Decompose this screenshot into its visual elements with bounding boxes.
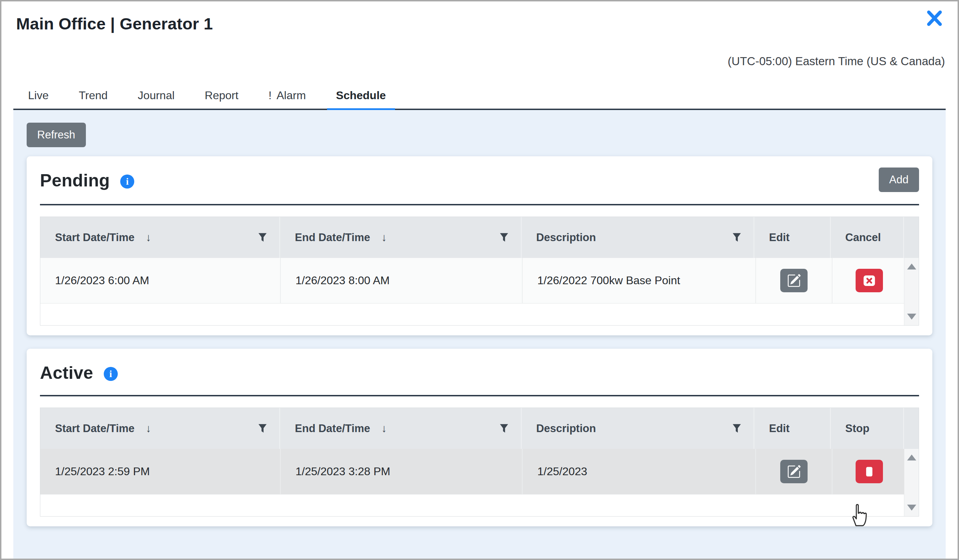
sort-desc-icon: ↓ <box>146 231 151 244</box>
cancel-x-icon <box>862 274 877 287</box>
stop-square-icon <box>862 465 877 479</box>
filter-icon[interactable] <box>258 232 268 243</box>
scroll-down-icon[interactable] <box>907 313 916 320</box>
divider <box>40 204 919 205</box>
empty-grid-space <box>40 304 919 325</box>
tab-alarm[interactable]: !Alarm <box>260 89 315 110</box>
pending-section: Pending i Add Start Date/Time ↓ <box>27 156 932 336</box>
active-section: Active i Start Date/Time ↓ End Date/Time <box>27 349 932 527</box>
tab-schedule[interactable]: Schedule <box>327 89 395 110</box>
edit-pencil-icon <box>787 274 801 288</box>
sort-desc-icon: ↓ <box>381 422 387 435</box>
header-scroll-stub <box>904 408 919 449</box>
filter-icon[interactable] <box>499 423 509 434</box>
pending-table-body: 1/26/2023 6:00 AM 1/26/2023 8:00 AM 1/26… <box>40 258 919 325</box>
cell-end: 1/25/2023 3:28 PM <box>281 449 523 494</box>
table-row[interactable]: 1/25/2023 2:59 PM 1/25/2023 3:28 PM 1/25… <box>40 449 919 495</box>
active-table-body: 1/25/2023 2:59 PM 1/25/2023 3:28 PM 1/25… <box>40 449 919 516</box>
pending-table: Start Date/Time ↓ End Date/Time ↓ <box>40 216 919 326</box>
pending-table-header: Start Date/Time ↓ End Date/Time ↓ <box>40 217 919 258</box>
tab-report[interactable]: Report <box>196 89 247 110</box>
vertical-scrollbar[interactable] <box>904 258 919 325</box>
column-header-edit: Edit <box>754 217 831 258</box>
tab-bar: Live Trend Journal Report !Alarm Schedul… <box>13 83 946 110</box>
column-header-start[interactable]: Start Date/Time ↓ <box>40 217 280 258</box>
table-row[interactable]: 1/26/2023 6:00 AM 1/26/2023 8:00 AM 1/26… <box>40 258 919 304</box>
active-title: Active <box>40 363 93 383</box>
column-header-edit: Edit <box>754 408 831 449</box>
close-icon <box>926 9 943 27</box>
edit-button[interactable] <box>780 460 808 483</box>
scroll-down-icon[interactable] <box>907 504 916 511</box>
empty-grid-space <box>40 495 919 516</box>
info-icon[interactable]: i <box>120 175 134 189</box>
scroll-up-icon[interactable] <box>907 264 916 269</box>
filter-icon[interactable] <box>499 232 509 243</box>
column-header-description[interactable]: Description <box>522 217 754 258</box>
header-scroll-stub <box>904 217 919 258</box>
cell-end: 1/26/2023 8:00 AM <box>281 258 523 303</box>
column-header-cancel: Cancel <box>831 217 904 258</box>
stop-button[interactable] <box>855 460 883 483</box>
vertical-scrollbar[interactable] <box>904 449 919 516</box>
filter-icon[interactable] <box>258 423 268 434</box>
column-header-start[interactable]: Start Date/Time ↓ <box>40 408 280 449</box>
filter-icon[interactable] <box>732 423 742 434</box>
filter-icon[interactable] <box>732 232 742 243</box>
edit-button[interactable] <box>780 269 808 292</box>
sort-desc-icon: ↓ <box>381 231 387 244</box>
refresh-button[interactable]: Refresh <box>27 123 86 147</box>
cancel-button[interactable] <box>855 269 883 292</box>
active-table-header: Start Date/Time ↓ End Date/Time ↓ <box>40 408 919 449</box>
column-header-end[interactable]: End Date/Time ↓ <box>280 217 521 258</box>
column-header-stop: Stop <box>831 408 904 449</box>
active-table: Start Date/Time ↓ End Date/Time ↓ <box>40 407 919 517</box>
schedule-panel: Refresh Pending i Add Start Date/Time ↓ <box>13 110 946 558</box>
column-header-end[interactable]: End Date/Time ↓ <box>280 408 521 449</box>
edit-pencil-icon <box>787 465 801 479</box>
cell-start: 1/25/2023 2:59 PM <box>40 449 281 494</box>
tab-alarm-label: Alarm <box>277 89 306 102</box>
tab-live[interactable]: Live <box>19 89 58 110</box>
pending-title: Pending <box>40 170 110 191</box>
add-button[interactable]: Add <box>879 167 919 192</box>
close-button[interactable] <box>924 8 945 29</box>
timezone-label: (UTC-05:00) Eastern Time (US & Canada) <box>728 55 945 68</box>
tab-trend[interactable]: Trend <box>70 89 117 110</box>
cell-description: 1/25/2023 <box>523 449 756 494</box>
info-icon[interactable]: i <box>104 367 118 381</box>
cell-description: 1/26/2022 700kw Base Point <box>523 258 756 303</box>
cell-start: 1/26/2023 6:00 AM <box>40 258 281 303</box>
column-header-description[interactable]: Description <box>522 408 754 449</box>
alarm-badge: ! <box>269 89 272 102</box>
generator-schedule-dialog: Main Office | Generator 1 (UTC-05:00) Ea… <box>0 0 959 560</box>
page-title: Main Office | Generator 1 <box>16 14 213 33</box>
tab-journal[interactable]: Journal <box>129 89 184 110</box>
scroll-up-icon[interactable] <box>907 455 916 460</box>
sort-desc-icon: ↓ <box>146 422 151 435</box>
divider <box>40 395 919 396</box>
